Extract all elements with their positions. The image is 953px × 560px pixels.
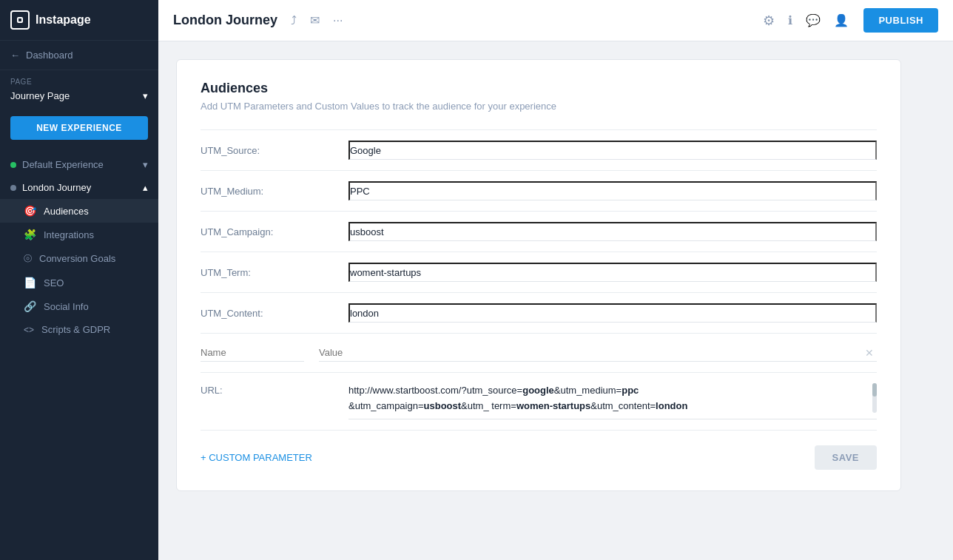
- sidebar-item-integrations[interactable]: 🧩 Integrations: [0, 223, 158, 246]
- utm-medium-row: UTM_Medium:: [201, 171, 877, 212]
- seo-icon: 📄: [24, 277, 36, 289]
- dot-icon: [10, 185, 16, 191]
- social-info-label: Social Info: [44, 301, 89, 312]
- page-selector[interactable]: Journey Page ▾: [0, 87, 158, 109]
- app-name: Instapage: [36, 13, 91, 27]
- experience-list: Default Experience ▾ London Journey ▴ 🎯 …: [0, 147, 158, 347]
- scripts-gdpr-label: Scripts & GDPR: [41, 324, 110, 335]
- back-arrow-icon: ←: [10, 50, 20, 61]
- topbar: London Journey ⤴ ✉ ··· ⚙ ℹ 💬 👤 PUBLISH: [158, 0, 953, 41]
- scroll-thumb: [872, 383, 877, 397]
- dot-icon: [10, 162, 16, 168]
- chat-icon[interactable]: 💬: [806, 13, 821, 27]
- email-icon[interactable]: ✉: [307, 10, 323, 30]
- utm-content-label: UTM_Content:: [201, 308, 348, 319]
- clear-icon[interactable]: ✕: [862, 345, 877, 360]
- custom-name-input[interactable]: [201, 344, 304, 362]
- utm-source-input[interactable]: [348, 141, 877, 160]
- audiences-icon: 🎯: [24, 205, 36, 217]
- sidebar-item-social-info[interactable]: 🔗 Social Info: [0, 294, 158, 318]
- add-custom-param-button[interactable]: + CUSTOM PARAMETER: [201, 452, 312, 463]
- main-area: London Journey ⤴ ✉ ··· ⚙ ℹ 💬 👤 PUBLISH: [158, 0, 953, 560]
- sidebar-item-seo[interactable]: 📄 SEO: [0, 271, 158, 294]
- analytics-icon[interactable]: ⤴: [288, 11, 300, 30]
- scripts-icon: <>: [24, 325, 34, 335]
- chevron-up-icon: ▴: [143, 182, 148, 193]
- sidebar-item-london-journey[interactable]: London Journey ▴: [0, 176, 158, 199]
- sidebar-item-scripts-gdpr[interactable]: <> Scripts & GDPR: [0, 318, 158, 341]
- url-row: URL: http://www.startboost.com/?utm_sour…: [201, 373, 877, 431]
- utm-medium-input[interactable]: [348, 181, 877, 200]
- integrations-label: Integrations: [44, 229, 94, 240]
- social-info-icon: 🔗: [24, 300, 36, 312]
- sidebar: Instapage ← Dashboard Page Journey Page …: [0, 0, 158, 560]
- custom-param-row: ✕: [201, 334, 877, 373]
- utm-term-row: UTM_Term:: [201, 252, 877, 293]
- utm-content-input[interactable]: [348, 303, 877, 323]
- back-label: Dashboard: [26, 50, 73, 61]
- sidebar-item-conversion-goals[interactable]: ⦾ Conversion Goals: [0, 246, 158, 271]
- form-footer: + CUSTOM PARAMETER SAVE: [201, 431, 877, 470]
- sidebar-item-audiences[interactable]: 🎯 Audiences: [0, 199, 158, 223]
- info-icon[interactable]: ℹ: [788, 13, 792, 27]
- content-area: Audiences Add UTM Parameters and Custom …: [158, 41, 953, 560]
- page-selector-value: Journey Page: [10, 90, 70, 101]
- card-subtitle: Add UTM Parameters and Custom Values to …: [201, 101, 877, 112]
- new-experience-button[interactable]: NEW EXPERIENCE: [10, 116, 148, 140]
- utm-source-label: UTM_Source:: [201, 145, 348, 156]
- seo-label: SEO: [44, 277, 64, 289]
- logo-icon: [10, 10, 30, 30]
- sub-menu: 🎯 Audiences 🧩 Integrations ⦾ Conversion …: [0, 199, 158, 341]
- conversion-goals-icon: ⦾: [24, 252, 32, 265]
- url-label: URL:: [201, 383, 348, 396]
- custom-value-input[interactable]: [319, 344, 862, 361]
- back-to-dashboard[interactable]: ← Dashboard: [0, 41, 158, 70]
- user-icon[interactable]: 👤: [834, 13, 849, 27]
- utm-campaign-label: UTM_Campaign:: [201, 226, 348, 237]
- utm-term-input[interactable]: [348, 263, 877, 282]
- logo-area: Instapage: [0, 0, 158, 41]
- url-value: http://www.startboost.com/?utm_source=go…: [348, 383, 866, 414]
- url-scrollbar[interactable]: [872, 383, 877, 413]
- audiences-label: Audiences: [44, 206, 89, 217]
- conversion-goals-label: Conversion Goals: [39, 253, 115, 264]
- utm-campaign-input[interactable]: [348, 222, 877, 241]
- utm-term-label: UTM_Term:: [201, 267, 348, 278]
- london-journey-label: London Journey: [22, 182, 91, 193]
- settings-icon[interactable]: ⚙: [763, 13, 775, 29]
- utm-content-row: UTM_Content:: [201, 293, 877, 334]
- card-title: Audiences: [201, 81, 877, 96]
- utm-source-row: UTM_Source:: [201, 130, 877, 171]
- page-title: London Journey: [173, 13, 277, 28]
- publish-button[interactable]: PUBLISH: [863, 8, 938, 33]
- page-section-label: Page: [0, 70, 158, 87]
- logo-box-inner: [17, 17, 23, 23]
- utm-campaign-row: UTM_Campaign:: [201, 212, 877, 252]
- integrations-icon: 🧩: [24, 229, 36, 240]
- chevron-down-icon: ▾: [143, 90, 148, 101]
- chevron-down-icon: ▾: [143, 159, 148, 170]
- more-icon[interactable]: ···: [330, 11, 346, 30]
- utm-medium-label: UTM_Medium:: [201, 186, 348, 197]
- default-experience-label: Default Experience: [22, 159, 104, 170]
- save-button[interactable]: SAVE: [815, 445, 877, 470]
- sidebar-item-default-experience[interactable]: Default Experience ▾: [0, 153, 158, 176]
- audiences-card: Audiences Add UTM Parameters and Custom …: [176, 59, 901, 491]
